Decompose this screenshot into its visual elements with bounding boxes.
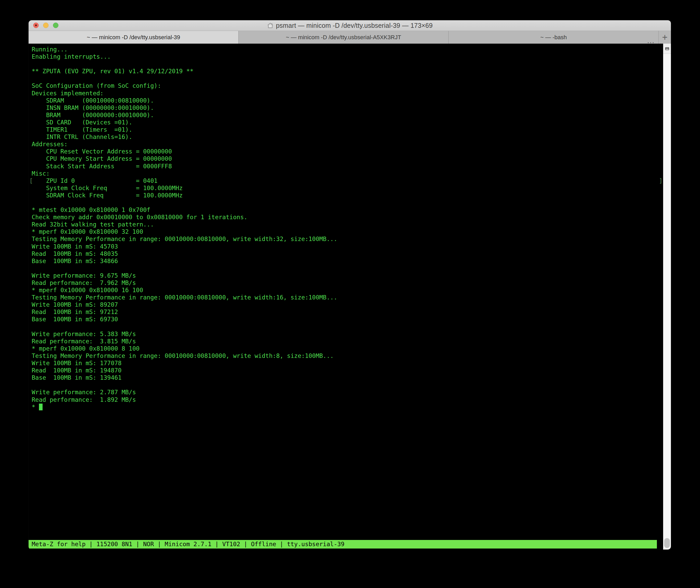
desktop-background: psmart — minicom -D /dev/tty.usbserial-3… bbox=[0, 0, 700, 588]
title-container: psmart — minicom -D /dev/tty.usbserial-3… bbox=[29, 20, 671, 31]
minicom-status-bar: Meta-Z for help | 115200 8N1 | NOR | Min… bbox=[29, 540, 657, 549]
tab-label: ~ — -bash bbox=[540, 34, 567, 41]
split-pane-button[interactable] bbox=[663, 44, 671, 54]
terminal-output: Running... Enabling interrupts... ** ZPU… bbox=[32, 46, 337, 411]
home-icon bbox=[267, 22, 274, 29]
window-titlebar[interactable]: psmart — minicom -D /dev/tty.usbserial-3… bbox=[29, 20, 671, 31]
terminal-mark-open-icon: [ bbox=[29, 177, 33, 184]
terminal-mark-close-icon: ] bbox=[659, 177, 663, 184]
tab-label: ~ — minicom -D /dev/tty.usbserial-A5XK3R… bbox=[286, 34, 401, 41]
tab-overflow-icon[interactable]: … bbox=[647, 38, 655, 43]
tab-minicom-usbserial-39[interactable]: ~ — minicom -D /dev/tty.usbserial-39 bbox=[29, 31, 239, 44]
scrollbar[interactable] bbox=[663, 44, 671, 550]
split-pane-icon bbox=[665, 47, 669, 50]
minicom-status-text: Meta-Z for help | 115200 8N1 | NOR | Min… bbox=[32, 541, 345, 547]
terminal-cursor-block bbox=[39, 404, 43, 410]
tab-label: ~ — minicom -D /dev/tty.usbserial-39 bbox=[87, 34, 180, 41]
terminal-window: psmart — minicom -D /dev/tty.usbserial-3… bbox=[29, 20, 671, 550]
tab-minicom-usbserial-a5xk3rjt[interactable]: ~ — minicom -D /dev/tty.usbserial-A5XK3R… bbox=[239, 31, 449, 44]
terminal-output-text: Running... Enabling interrupts... ** ZPU… bbox=[32, 46, 337, 410]
scrollbar-thumb[interactable] bbox=[664, 538, 670, 548]
tab-bash[interactable]: ~ — -bash … bbox=[449, 31, 659, 44]
window-title: psmart — minicom -D /dev/tty.usbserial-3… bbox=[276, 22, 433, 29]
tab-bar: ~ — minicom -D /dev/tty.usbserial-39 ~ —… bbox=[29, 31, 671, 44]
new-tab-button[interactable]: + bbox=[659, 31, 671, 44]
terminal-content-area[interactable]: Running... Enabling interrupts... ** ZPU… bbox=[29, 44, 671, 550]
